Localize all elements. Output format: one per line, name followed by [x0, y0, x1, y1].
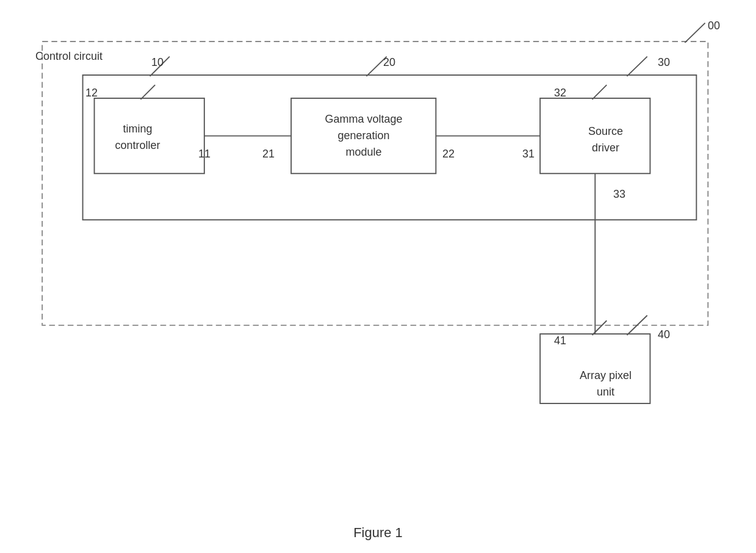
svg-rect-0 [42, 42, 708, 325]
port-21-label: 21 [262, 148, 275, 161]
timing-controller-inner-ref: 12 [85, 87, 98, 99]
port-33-label: 33 [613, 188, 625, 201]
source-driver-outer-ref: 30 [658, 56, 670, 69]
array-pixel-label: Array pixelunit [555, 367, 656, 400]
control-circuit-label: Control circuit [35, 50, 103, 63]
svg-line-13 [627, 57, 647, 76]
figure-caption: Figure 1 [0, 525, 756, 541]
svg-line-9 [685, 23, 705, 43]
source-driver-inner-ref: 32 [554, 87, 566, 99]
svg-line-15 [627, 316, 647, 335]
port-11-label: 11 [198, 148, 211, 161]
port-22-label: 22 [442, 148, 455, 161]
timing-controller-label: timingcontroller [87, 121, 188, 154]
inner-box-ref: 10 [151, 56, 164, 69]
array-pixel-inner-ref: 41 [554, 334, 566, 347]
svg-line-16 [592, 320, 607, 335]
svg-line-14 [592, 85, 607, 99]
outer-ref-label: 00 [708, 20, 720, 32]
port-31-label: 31 [522, 148, 535, 161]
svg-line-11 [140, 85, 155, 99]
source-driver-label: Sourcedriver [555, 123, 656, 156]
gamma-module-ref: 20 [383, 56, 395, 69]
gamma-module-label: Gamma voltagegenerationmodule [292, 111, 436, 161]
array-pixel-outer-ref: 40 [658, 328, 670, 341]
